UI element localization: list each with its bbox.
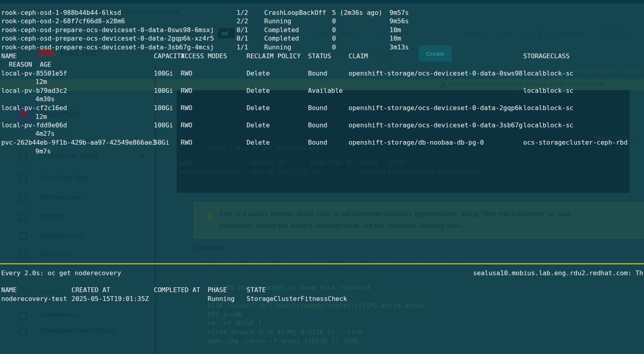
pv-capacity: 100Gi bbox=[154, 87, 173, 94]
screen: hat.com/browse/FLPATH-2345# dation od t … bbox=[0, 0, 644, 354]
pod-ready: 1/2 bbox=[236, 9, 248, 16]
pod-age: 9m56s bbox=[389, 17, 409, 25]
pv-age: 12m bbox=[35, 78, 47, 86]
pv-storageclass: localblock-sc bbox=[523, 87, 573, 94]
pv-reclaim: Delete bbox=[247, 87, 270, 94]
pv-row: local-pv-cf2c16ed 100Gi RWO Delete Bound… bbox=[0, 104, 644, 113]
watch-table-header: NAME CREATED AT COMPLETED AT PHASE STATE bbox=[0, 286, 644, 295]
pod-name: rook-ceph-osd-prepare-ocs-deviceset-0-da… bbox=[1, 35, 214, 42]
pv-age: 4m30s bbox=[35, 95, 55, 103]
noderecovery-phase: Running bbox=[208, 295, 234, 303]
pv-reclaim: Delete bbox=[247, 70, 270, 77]
pv-name: local-pv-85501e5f bbox=[1, 70, 67, 77]
col-created-at: CREATED AT bbox=[71, 286, 110, 294]
pv-row-wrap: 12m bbox=[0, 78, 644, 87]
pv-name: pvc-262b44eb-9f1b-429b-aa97-42549e866ae3 bbox=[1, 139, 156, 146]
pod-status: CrashLoopBackOff bbox=[264, 9, 326, 16]
pv-row: local-pv-85501e5f 100Gi RWO Delete Bound… bbox=[0, 70, 644, 78]
pv-reclaim: Delete bbox=[247, 139, 270, 146]
pod-age: 10m bbox=[389, 26, 401, 34]
pv-access: RWO bbox=[181, 121, 192, 129]
pod-status: Completed bbox=[264, 26, 299, 34]
pv-capacity: 100Gi bbox=[154, 70, 173, 77]
pod-age: 9m57s bbox=[389, 9, 409, 16]
col-claim: CLAIM bbox=[348, 52, 368, 60]
pod-row: rook-ceph-osd-2-68f7cf66d8-x28m6 2/2 Run… bbox=[0, 17, 644, 26]
col-storageclass: STORAGECLASS bbox=[523, 52, 570, 60]
pod-ready: 1/1 bbox=[236, 43, 248, 51]
pod-name: rook-ceph-osd-prepare-ocs-deviceset-0-da… bbox=[1, 43, 214, 51]
col-name: NAME bbox=[1, 52, 17, 60]
pv-access: RWO bbox=[181, 70, 192, 77]
pod-name: rook-ceph-osd-1-988b44b44-6lksd bbox=[1, 9, 121, 16]
pv-name: local-pv-cf2c16ed bbox=[1, 104, 67, 112]
pv-row-wrap: 4m30s bbox=[0, 95, 644, 104]
noderecovery-state: StorageClusterFitnessCheck bbox=[247, 295, 347, 303]
pv-status: Bound bbox=[308, 70, 327, 77]
pv-capacity: 100Gi bbox=[154, 104, 173, 112]
pod-ready: 0/1 bbox=[236, 26, 248, 34]
pv-access: RWO bbox=[181, 87, 192, 94]
noderecovery-created-at: 2025-05-15T19:01:35Z bbox=[71, 295, 149, 303]
pod-ready: 0/1 bbox=[236, 35, 248, 42]
pv-table-header: NAME CAPACITY ACCESS MODES RECLAIM POLIC… bbox=[0, 52, 644, 61]
pod-row: rook-ceph-osd-prepare-ocs-deviceset-0-da… bbox=[0, 43, 644, 52]
watch-hostname: sealusa10.mobius.lab.eng.rdu2.redhat.com… bbox=[473, 269, 643, 277]
watch-table-row: noderecovery-test 2025-05-15T19:01:35Z R… bbox=[0, 295, 644, 304]
col-completed-at: COMPLETED AT bbox=[154, 286, 200, 294]
pv-reclaim: Delete bbox=[247, 121, 270, 129]
pv-name: local-pv-fdd9e06d bbox=[1, 121, 67, 129]
pod-restarts: 5 (2m36s ago) bbox=[332, 9, 382, 16]
pv-access: RWO bbox=[181, 139, 192, 146]
pv-row-wrap: 12m bbox=[0, 113, 644, 122]
pv-status: Bound bbox=[308, 121, 327, 129]
pv-row-wrap: 4m27s bbox=[0, 130, 644, 139]
pv-capacity: 100Gi bbox=[154, 121, 173, 129]
pod-ready: 2/2 bbox=[236, 17, 248, 25]
col-state: STATE bbox=[247, 286, 266, 294]
pod-row: rook-ceph-osd-1-988b44b44-6lksd 1/2 Cras… bbox=[0, 9, 644, 18]
col-reason: REASON bbox=[9, 61, 32, 68]
pv-storageclass: localblock-sc bbox=[523, 70, 573, 77]
pod-status: Completed bbox=[264, 35, 299, 42]
terminal-overlay: rook-ceph-osd-1-988b44b44-6lksd 1/2 Cras… bbox=[0, 0, 644, 354]
watch-command-line: Every 2.0s: oc get noderecovery sealusa1… bbox=[0, 269, 644, 278]
col-capacity: CAPACITY bbox=[154, 52, 185, 60]
pv-age: 12m bbox=[35, 113, 47, 121]
pv-capacity: 50Gi bbox=[154, 139, 169, 146]
pod-restarts: 0 bbox=[332, 43, 336, 51]
pod-restarts: 0 bbox=[332, 35, 336, 42]
pv-claim: openshift-storage/db-noobaa-db-pg-0 bbox=[348, 139, 484, 146]
pv-storageclass: localblock-sc bbox=[523, 121, 573, 129]
pv-age: 4m27s bbox=[35, 130, 55, 137]
col-age: AGE bbox=[40, 61, 51, 68]
pod-name: rook-ceph-osd-2-68f7cf66d8-x28m6 bbox=[1, 17, 125, 25]
pod-restarts: 0 bbox=[332, 17, 336, 25]
pod-status: Running bbox=[264, 17, 291, 25]
pv-table-header-wrap: REASON AGE bbox=[0, 61, 644, 70]
col-phase: PHASE bbox=[208, 286, 227, 294]
pod-restarts: 0 bbox=[332, 26, 336, 34]
pv-claim: openshift-storage/ocs-deviceset-0-data-3… bbox=[348, 121, 522, 129]
pv-status: Available bbox=[308, 87, 343, 94]
noderecovery-name: noderecovery-test bbox=[1, 295, 67, 303]
pv-storageclass: localblock-sc bbox=[523, 104, 573, 112]
col-status: STATUS bbox=[308, 52, 331, 60]
pv-row: local-pv-b79ad3c2 100Gi RWO Delete Avail… bbox=[0, 87, 644, 96]
pv-status: Bound bbox=[308, 104, 327, 112]
pod-row: rook-ceph-osd-prepare-ocs-deviceset-0-da… bbox=[0, 26, 644, 35]
pv-age: 9m7s bbox=[35, 147, 51, 155]
pv-row: local-pv-fdd9e06d 100Gi RWO Delete Bound… bbox=[0, 121, 644, 130]
pod-status: Running bbox=[264, 43, 291, 51]
pv-name: local-pv-b79ad3c2 bbox=[1, 87, 67, 94]
pod-age: 10m bbox=[389, 35, 401, 42]
col-name: NAME bbox=[1, 286, 17, 294]
watch-command: Every 2.0s: oc get noderecovery bbox=[1, 269, 121, 277]
pv-status: Bound bbox=[308, 139, 327, 146]
pv-row-wrap: 9m7s bbox=[0, 147, 644, 156]
pod-name: rook-ceph-osd-prepare-ocs-deviceset-0-da… bbox=[1, 26, 214, 34]
pv-claim: openshift-storage/ocs-deviceset-0-data-0… bbox=[348, 70, 522, 77]
pv-claim: openshift-storage/ocs-deviceset-0-data-2… bbox=[348, 104, 522, 112]
col-reclaim-policy: RECLAIM POLICY bbox=[247, 52, 301, 60]
pv-row: pvc-262b44eb-9f1b-429b-aa97-42549e866ae3… bbox=[0, 139, 644, 147]
